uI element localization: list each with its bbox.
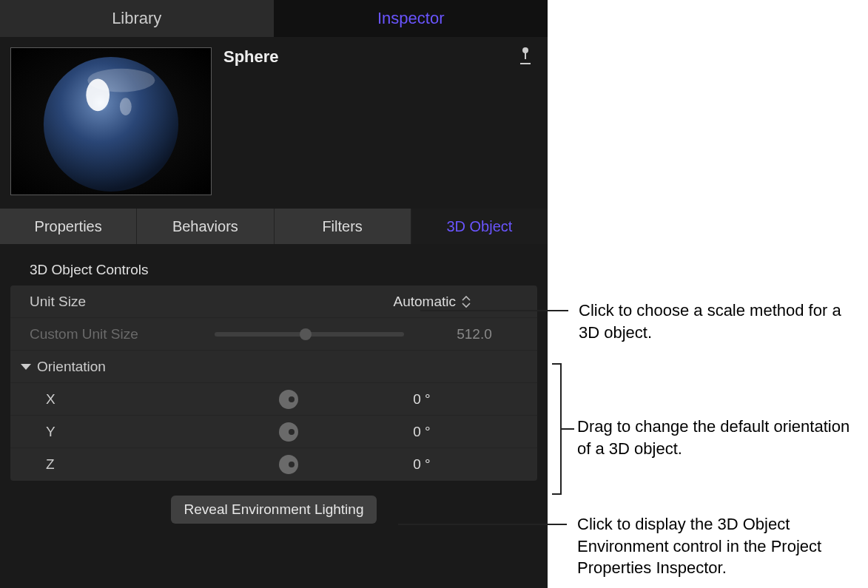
main-tab-bar: Library Inspector — [0, 0, 548, 37]
object-preview — [10, 47, 212, 195]
preview-row: Sphere — [0, 37, 548, 201]
value-z[interactable]: 0 ° — [363, 456, 481, 473]
tab-3d-object[interactable]: 3D Object — [411, 209, 548, 244]
callout-orientation-text: Drag to change the default orientation o… — [577, 416, 851, 459]
dial-y[interactable] — [279, 422, 298, 442]
tab-filters[interactable]: Filters — [275, 209, 411, 244]
inspector-tab-bar: Properties Behaviors Filters 3D Object — [0, 209, 548, 244]
value-y[interactable]: 0 ° — [363, 424, 481, 440]
disclosure-triangle-icon[interactable] — [21, 364, 31, 370]
tab-inspector[interactable]: Inspector — [275, 0, 548, 37]
callout-unit-size-text: Click to choose a scale method for a 3D … — [579, 300, 845, 343]
callout-reveal-text: Click to display the 3D Object Environme… — [577, 513, 866, 579]
callout-unit-size: Click to choose a scale method for a 3D … — [420, 300, 845, 343]
row-orientation-header[interactable]: Orientation — [10, 351, 537, 383]
svg-point-5 — [522, 47, 528, 53]
svg-point-3 — [87, 69, 155, 92]
controls-area: 3D Object Controls Unit Size Automatic — [0, 244, 548, 546]
row-orientation-z: Z 0 ° — [10, 448, 537, 481]
label-custom-unit-size: Custom Unit Size — [30, 326, 215, 342]
row-orientation-y: Y 0 ° — [10, 416, 537, 448]
tab-behaviors[interactable]: Behaviors — [137, 209, 274, 244]
pin-icon[interactable] — [514, 47, 537, 71]
dial-x[interactable] — [279, 390, 298, 409]
label-unit-size: Unit Size — [30, 294, 215, 310]
object-title: Sphere — [212, 47, 514, 195]
reveal-environment-lighting-button[interactable]: Reveal Environment Lighting — [171, 496, 377, 524]
tab-properties[interactable]: Properties — [0, 209, 137, 244]
label-z: Z — [30, 456, 215, 473]
callout-reveal: Click to display the 3D Object Environme… — [398, 513, 866, 579]
label-orientation: Orientation — [37, 359, 106, 375]
svg-point-4 — [120, 98, 132, 115]
label-y: Y — [30, 424, 215, 440]
inspector-panel: Library Inspector — [0, 0, 548, 588]
tab-library[interactable]: Library — [0, 0, 275, 37]
value-x[interactable]: 0 ° — [363, 391, 481, 408]
row-orientation-x: X 0 ° — [10, 383, 537, 416]
label-x: X — [30, 391, 215, 408]
section-title-3d-controls: 3D Object Controls — [10, 251, 537, 285]
slider-custom-unit-size — [215, 332, 404, 337]
dial-z[interactable] — [279, 455, 298, 474]
callout-orientation — [548, 362, 577, 498]
